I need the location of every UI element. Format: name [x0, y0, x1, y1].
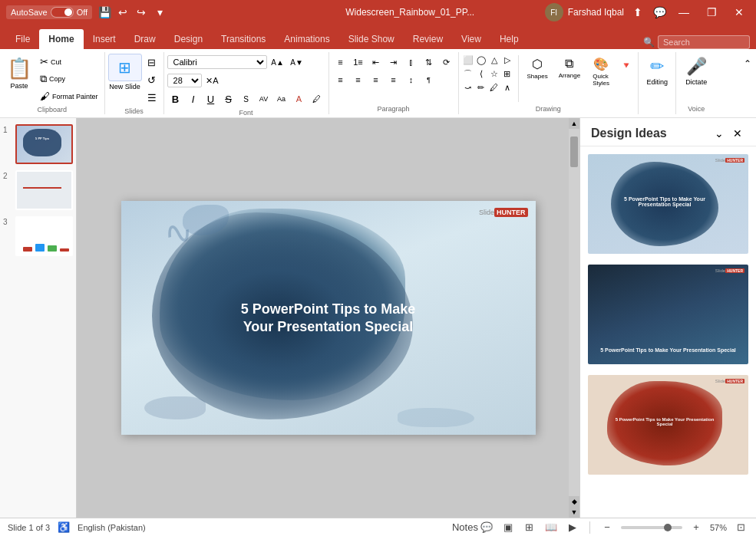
scroll-thumb[interactable]: [570, 136, 578, 167]
main-slide-title[interactable]: 5 PowerPoint Tips to Make Your Presentat…: [236, 300, 421, 336]
format-painter-button[interactable]: 🖌Format Painter: [37, 88, 101, 104]
justify-btn[interactable]: ≡: [385, 71, 402, 88]
font-size-select[interactable]: 28: [167, 74, 202, 87]
font-name-select[interactable]: Calibri: [167, 55, 267, 69]
shapes-button[interactable]: ⬡ Shapes: [523, 54, 552, 83]
maximize-button[interactable]: ❐: [701, 5, 722, 20]
tab-file[interactable]: File: [6, 29, 39, 49]
shape-item[interactable]: ∧: [501, 81, 513, 94]
more-tools-icon[interactable]: ▾: [152, 5, 167, 20]
normal-view-button[interactable]: ▣: [500, 520, 516, 535]
dictate-button[interactable]: 🎤 Dictate: [679, 54, 713, 89]
change-case-button[interactable]: Aa: [273, 90, 290, 107]
comments-icon[interactable]: 💬: [652, 5, 667, 20]
tab-insert[interactable]: Insert: [84, 29, 125, 49]
reading-view-button[interactable]: 📖: [543, 520, 559, 535]
tab-draw[interactable]: Draw: [125, 29, 165, 49]
quick-styles-button[interactable]: 🎨 QuickStyles: [587, 54, 615, 90]
reset-button[interactable]: ↺: [144, 71, 160, 88]
paste-button[interactable]: 📋 Paste: [3, 54, 35, 93]
tab-design[interactable]: Design: [165, 29, 212, 49]
shape-item[interactable]: 🖊: [488, 81, 500, 94]
slide-2-thumbnail[interactable]: [15, 170, 73, 210]
highlight-color-btn[interactable]: 🖊: [309, 90, 325, 107]
tab-view[interactable]: View: [452, 29, 490, 49]
col-btn[interactable]: ⫿: [403, 54, 420, 71]
redo-icon[interactable]: ↪: [134, 5, 149, 20]
numbering-button[interactable]: 1≡: [350, 54, 367, 71]
char-spacing-button[interactable]: AV: [256, 90, 272, 107]
tab-home[interactable]: Home: [39, 29, 83, 49]
editing-button[interactable]: ✏ Editing: [642, 54, 672, 89]
shape-item[interactable]: ▷: [501, 54, 513, 66]
underline-button[interactable]: U: [203, 90, 220, 107]
slide-3-thumbnail[interactable]: [15, 216, 73, 256]
ribbon-collapse-button[interactable]: ⌃: [739, 55, 756, 72]
autosave-toggle[interactable]: [51, 7, 74, 18]
shape-item[interactable]: ◯: [475, 54, 487, 66]
scroll-up-button[interactable]: ▲: [569, 118, 579, 129]
zoom-slider[interactable]: [621, 526, 682, 529]
shape-item[interactable]: △: [488, 54, 500, 66]
comments-status-button[interactable]: 💬: [479, 520, 494, 535]
tab-slideshow[interactable]: Slide Show: [339, 29, 404, 49]
bold-button[interactable]: B: [167, 90, 184, 107]
minimize-button[interactable]: —: [673, 5, 695, 20]
tab-review[interactable]: Review: [404, 29, 452, 49]
slide-sorter-button[interactable]: ⊞: [522, 520, 537, 535]
shape-item[interactable]: ☆: [488, 67, 500, 80]
bullets-button[interactable]: ≡: [332, 54, 349, 71]
slideshow-button[interactable]: ▶: [565, 520, 580, 535]
convert-smartart-btn[interactable]: ⟳: [438, 54, 455, 71]
scroll-track[interactable]: [569, 129, 579, 496]
canvas-scrollbar[interactable]: ▲ ◆ ▼: [569, 118, 579, 518]
undo-icon[interactable]: ↩: [115, 5, 130, 20]
shape-item[interactable]: ✏: [475, 81, 487, 94]
clear-format-button[interactable]: ✕A: [204, 72, 221, 89]
zoom-out-button[interactable]: −: [599, 520, 615, 535]
tab-help[interactable]: Help: [490, 29, 528, 49]
copy-button[interactable]: ⧉Copy: [37, 71, 101, 87]
text-dir-btn[interactable]: ⇅: [421, 54, 437, 71]
tab-animations[interactable]: Animations: [275, 29, 338, 49]
design-panel-chevron-button[interactable]: ⌄: [711, 126, 727, 141]
font-size-down-button[interactable]: A▼: [289, 54, 305, 71]
arrange-button[interactable]: ⧉ Arrange: [555, 54, 584, 82]
notes-button[interactable]: Notes: [457, 520, 473, 535]
layout-button[interactable]: ⊟: [144, 54, 160, 71]
fit-slide-button[interactable]: ⊡: [733, 520, 748, 535]
search-input[interactable]: [658, 35, 750, 49]
shape-item[interactable]: ⊞: [501, 67, 513, 80]
shape-item[interactable]: ⌒: [462, 67, 474, 80]
strikethrough-button[interactable]: S: [220, 90, 237, 107]
shape-fill-btn[interactable]: 🔻: [618, 57, 635, 74]
scroll-down-button[interactable]: ▼: [569, 507, 579, 518]
design-idea-3[interactable]: 5 PowerPoint Tips to Make Your Presentat…: [586, 373, 750, 476]
scroll-center-button[interactable]: ◆: [569, 496, 579, 507]
cut-button[interactable]: ✂Cut: [37, 54, 101, 70]
section-button[interactable]: ☰: [144, 89, 160, 106]
share-icon[interactable]: ⬆: [630, 5, 645, 20]
align-right-btn[interactable]: ≡: [368, 71, 385, 88]
design-idea-2[interactable]: 5 PowerPoint Tips to Make Your Presentat…: [586, 263, 750, 366]
italic-button[interactable]: I: [185, 90, 202, 107]
design-idea-1[interactable]: 5 PowerPoint Tips to Make Your Presentat…: [586, 153, 750, 255]
tab-transitions[interactable]: Transitions: [212, 29, 275, 49]
new-slide-button[interactable]: ⊞: [108, 54, 142, 81]
decrease-indent-button[interactable]: ⇤: [368, 54, 385, 71]
slide-1-thumbnail[interactable]: 5 PP Tips: [15, 124, 73, 164]
save-icon[interactable]: 💾: [97, 5, 112, 20]
zoom-in-button[interactable]: +: [688, 520, 704, 535]
line-spacing-btn[interactable]: ↕: [403, 71, 420, 88]
font-size-up-button[interactable]: A▲: [269, 54, 286, 71]
shadow-button[interactable]: S: [238, 90, 255, 107]
align-center-btn[interactable]: ≡: [350, 71, 367, 88]
design-panel-close-button[interactable]: ✕: [730, 126, 745, 141]
close-button[interactable]: ✕: [728, 5, 750, 20]
para-spacing-btn[interactable]: ¶: [421, 71, 437, 88]
font-color-btn[interactable]: A: [291, 90, 308, 107]
shape-item[interactable]: ⤻: [462, 81, 474, 94]
shape-item[interactable]: ⬜: [462, 54, 474, 66]
main-slide-canvas[interactable]: ∿ SlideHUNTER 5 PowerPoint Tips to Make …: [121, 201, 536, 435]
shape-item[interactable]: ⟨: [475, 67, 487, 80]
